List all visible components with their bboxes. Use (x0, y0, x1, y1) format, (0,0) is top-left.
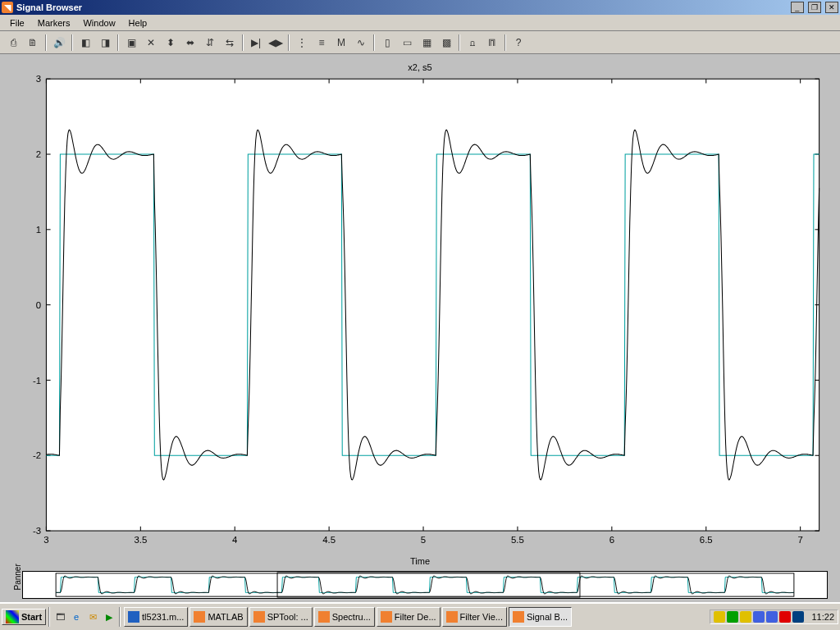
system-tray: 11:22 (710, 609, 838, 624)
clock: 11:22 (811, 612, 834, 622)
task-sptool[interactable]: SPTool: ... (249, 607, 313, 627)
task-filtervie[interactable]: Filter Vie... (442, 607, 507, 627)
vol-icon[interactable] (714, 611, 725, 623)
svg-text:3: 3 (36, 74, 41, 84)
task-label: Filter Vie... (460, 612, 503, 622)
task-spectru[interactable]: Spectru... (314, 607, 375, 627)
svg-text:6.5: 6.5 (700, 535, 713, 545)
net1-icon[interactable] (727, 611, 738, 623)
zoomoutx-icon[interactable]: ⇆ (221, 34, 239, 52)
matlab-icon (253, 611, 265, 623)
net2-icon[interactable] (766, 611, 778, 623)
matlab-icon (318, 611, 330, 623)
ie-icon[interactable]: e (69, 609, 84, 624)
horz-marker-icon[interactable]: ≡ (313, 34, 331, 52)
fullzoom-icon[interactable]: ✕ (142, 34, 160, 52)
menu-markers[interactable]: Markers (31, 16, 77, 30)
matlab-icon (194, 611, 205, 623)
zoominx-icon[interactable]: ⇵ (201, 34, 219, 52)
track-icon[interactable]: M (332, 34, 350, 52)
align-center-icon[interactable]: ▭ (398, 34, 416, 52)
svg-text:5: 5 (421, 535, 426, 545)
matlab-icon (446, 611, 458, 623)
taskbar: Start 🗔e✉▶ tl5231.m...MATLABSPTool: ...S… (0, 602, 840, 630)
sound-icon[interactable]: 🔊 (50, 34, 68, 52)
task-buttons: tl5231.m...MATLABSPTool: ...Spectru...Fi… (123, 607, 710, 627)
select-left-icon[interactable]: ◧ (76, 34, 94, 52)
word-icon (128, 611, 139, 623)
marker-left-icon[interactable]: ▶| (247, 34, 265, 52)
title-bar: ◥ Signal Browser _ ❐ ✕ (0, 0, 840, 15)
task-filterde[interactable]: Filter De... (377, 607, 441, 627)
svg-text:-3: -3 (33, 526, 41, 536)
task-label: Filter De... (395, 612, 436, 622)
app-icon: ◥ (2, 2, 13, 13)
marker-right-icon[interactable]: ◀▶ (267, 34, 285, 52)
svg-text:7: 7 (797, 535, 802, 545)
box-icon[interactable]: ▣ (122, 34, 140, 52)
windows-icon (6, 610, 19, 623)
menu-file[interactable]: File (3, 16, 31, 30)
align-left-icon[interactable]: ▯ (378, 34, 396, 52)
workspace: x2, s5 33.544.555.566.57-3-2-10123 Time … (0, 54, 840, 602)
arrow-icon[interactable] (792, 611, 804, 623)
av-icon[interactable] (779, 611, 791, 623)
minimize-button[interactable]: _ (791, 2, 804, 13)
svg-rect-0 (46, 79, 819, 531)
preview-icon[interactable]: 🗎 (24, 34, 42, 52)
vert-marker-icon[interactable]: ⋮ (293, 34, 311, 52)
svg-text:4: 4 (232, 535, 237, 545)
panner[interactable] (22, 571, 828, 599)
desktop-icon[interactable]: 🗔 (52, 609, 67, 624)
matlab-icon (381, 611, 392, 623)
menu-bar: FileMarkersWindowHelp (0, 15, 840, 31)
window-title: Signal Browser (16, 2, 789, 12)
start-label: Start (21, 612, 42, 622)
svg-text:6: 6 (609, 535, 614, 545)
task-label: Signal B... (527, 612, 568, 622)
task-label: MATLAB (208, 612, 243, 622)
chart-area[interactable]: 33.544.555.566.57-3-2-10123 (12, 74, 828, 555)
task-label: SPTool: ... (267, 612, 308, 622)
media-icon[interactable]: ▶ (102, 609, 116, 624)
help-icon[interactable]: ? (509, 34, 527, 52)
select-right-icon[interactable]: ◨ (96, 34, 114, 52)
fft1-icon[interactable]: ⩍ (463, 34, 482, 52)
x-axis-label: Time (12, 556, 828, 566)
panner-row: Panner (12, 571, 828, 599)
task-label: Spectru... (332, 612, 371, 622)
svg-text:4.5: 4.5 (322, 535, 336, 545)
svg-text:3: 3 (43, 535, 48, 545)
task-signalb[interactable]: Signal B... (509, 607, 572, 627)
disp-icon[interactable] (753, 611, 765, 623)
svg-text:-1: -1 (33, 376, 41, 386)
align-num-icon[interactable]: ▦ (418, 34, 436, 52)
zoomin-y-icon[interactable]: ⬍ (162, 34, 180, 52)
outlook-icon[interactable]: ✉ (85, 609, 100, 624)
print-icon[interactable]: ⎙ (4, 34, 22, 52)
slope-icon[interactable]: ∿ (352, 34, 370, 52)
close-button[interactable]: ✕ (825, 2, 838, 13)
svg-text:5.5: 5.5 (511, 535, 524, 545)
panner-label: Panner (13, 580, 22, 590)
start-button[interactable]: Start (2, 609, 46, 625)
toolbar: ⎙🗎🔊◧◨▣✕⬍⬌⇵⇆▶|◀▶⋮≡M∿▯▭▦▩⩍⩎? (0, 31, 840, 54)
menu-help[interactable]: Help (122, 16, 154, 30)
task-tl5231m[interactable]: tl5231.m... (124, 607, 188, 627)
zoomout-y-icon[interactable]: ⬌ (181, 34, 199, 52)
align-grid-icon[interactable]: ▩ (437, 34, 455, 52)
svg-text:0: 0 (36, 300, 41, 310)
matlab-icon (513, 611, 524, 623)
svg-text:-2: -2 (33, 450, 41, 460)
chart-title: x2, s5 (12, 62, 828, 72)
svg-text:1: 1 (36, 225, 41, 235)
task-matlab[interactable]: MATLAB (189, 607, 247, 627)
fft2-icon[interactable]: ⩎ (483, 34, 501, 52)
task-label: tl5231.m... (142, 612, 184, 622)
tray-icons (714, 611, 804, 623)
maximize-button[interactable]: ❐ (808, 2, 821, 13)
window-controls: _ ❐ ✕ (789, 2, 838, 13)
batt-icon[interactable] (740, 611, 751, 623)
svg-text:3.5: 3.5 (134, 535, 147, 545)
menu-window[interactable]: Window (76, 16, 121, 30)
